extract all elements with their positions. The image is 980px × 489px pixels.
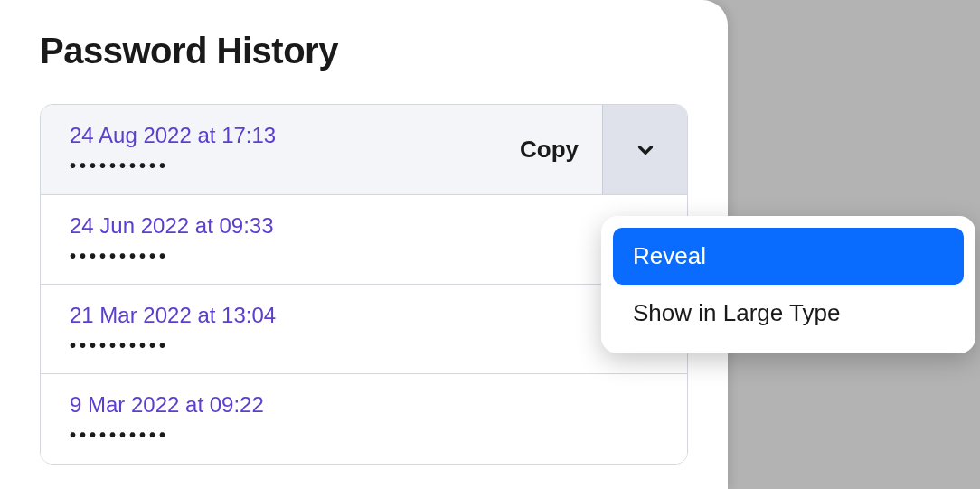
- row-masked-password: ••••••••••: [70, 246, 662, 267]
- history-list: 24 Aug 2022 at 17:13 •••••••••• Copy 24 …: [40, 104, 688, 465]
- row-date: 24 Aug 2022 at 17:13: [70, 123, 478, 148]
- row-masked-password: ••••••••••: [70, 155, 478, 176]
- row-date: 24 Jun 2022 at 09:33: [70, 213, 662, 239]
- row-content: 21 Mar 2022 at 13:04 ••••••••••: [41, 287, 687, 372]
- copy-button[interactable]: Copy: [504, 105, 602, 194]
- history-row[interactable]: 9 Mar 2022 at 09:22 ••••••••••: [41, 374, 687, 464]
- row-content: 24 Jun 2022 at 09:33 ••••••••••: [41, 197, 687, 283]
- row-masked-password: ••••••••••: [70, 425, 662, 446]
- row-actions: Copy: [504, 105, 687, 194]
- row-date: 9 Mar 2022 at 09:22: [70, 392, 662, 418]
- row-content: 9 Mar 2022 at 09:22 ••••••••••: [41, 376, 687, 462]
- history-row[interactable]: 24 Jun 2022 at 09:33 ••••••••••: [41, 195, 687, 285]
- history-row[interactable]: 24 Aug 2022 at 17:13 •••••••••• Copy: [41, 105, 687, 195]
- history-row[interactable]: 21 Mar 2022 at 13:04 ••••••••••: [41, 285, 687, 374]
- dropdown-menu: Reveal Show in Large Type: [601, 216, 975, 353]
- row-masked-password: ••••••••••: [70, 335, 662, 356]
- row-content: 24 Aug 2022 at 17:13 ••••••••••: [41, 107, 504, 193]
- page-title: Password History: [40, 31, 688, 71]
- row-date: 21 Mar 2022 at 13:04: [70, 303, 662, 328]
- dropdown-button[interactable]: [602, 105, 687, 194]
- menu-item-reveal[interactable]: Reveal: [613, 228, 964, 285]
- menu-item-large-type[interactable]: Show in Large Type: [613, 285, 964, 342]
- chevron-down-icon: [634, 138, 657, 162]
